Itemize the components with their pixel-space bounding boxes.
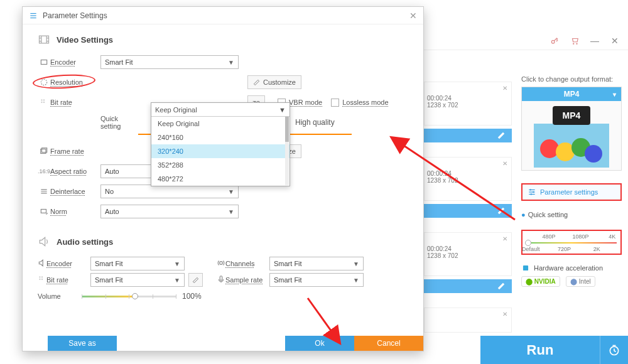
edit-icon[interactable] bbox=[497, 282, 506, 291]
resolution-option[interactable]: Keep Original bbox=[151, 117, 290, 131]
audio-encoder-icon bbox=[38, 259, 46, 269]
lossless-mode-checkbox[interactable]: Lossless mode bbox=[331, 99, 388, 107]
run-bar: Run bbox=[480, 336, 628, 364]
norm-select[interactable]: Auto ▼ bbox=[100, 205, 239, 218]
channels-select[interactable]: Smart Fit▼ bbox=[269, 257, 364, 270]
channels-label: Channels bbox=[225, 260, 269, 267]
deinterlace-icon bbox=[38, 187, 50, 196]
item-resolution: 1238 x 702 bbox=[427, 102, 509, 109]
resolution-option[interactable]: 240*160 bbox=[151, 131, 290, 144]
audio-bitrate-icon bbox=[38, 275, 46, 286]
audio-settings-header: Audio settings bbox=[38, 235, 408, 248]
volume-value: 100% bbox=[182, 292, 202, 301]
dialog-close-icon[interactable]: ✕ bbox=[409, 11, 417, 21]
encoder-select[interactable]: Smart Fit ▼ bbox=[100, 55, 239, 69]
schedule-icon[interactable] bbox=[600, 336, 628, 364]
svg-point-32 bbox=[39, 278, 40, 279]
samplerate-icon bbox=[217, 275, 225, 286]
quick-setting-label: Quick setting bbox=[100, 115, 138, 130]
output-label: Click to change output format: bbox=[521, 75, 622, 83]
format-name: MP4 bbox=[564, 90, 580, 99]
channels-icon bbox=[217, 259, 225, 269]
svg-point-2 bbox=[577, 43, 577, 44]
hardware-acceleration-toggle[interactable]: Hardware acceleration bbox=[521, 264, 622, 272]
item-close-icon[interactable]: ✕ bbox=[502, 160, 507, 167]
close-button[interactable]: ✕ bbox=[610, 36, 619, 45]
svg-rect-28 bbox=[41, 210, 46, 213]
samplerate-label: Sample rate bbox=[225, 276, 269, 284]
item-close-icon[interactable]: ✕ bbox=[502, 311, 507, 318]
svg-point-25 bbox=[43, 102, 45, 103]
nvidia-chip: ⬤ NVIDIA bbox=[521, 276, 560, 287]
parameter-settings-button[interactable]: Parameter settings bbox=[521, 183, 622, 201]
aspect-label: Aspect ratio bbox=[50, 168, 100, 175]
svg-rect-14 bbox=[523, 265, 528, 270]
item-close-icon[interactable]: ✕ bbox=[502, 235, 507, 242]
aspect-icon: .16:9 bbox=[38, 168, 50, 174]
key-icon[interactable] bbox=[550, 36, 559, 45]
svg-point-0 bbox=[551, 40, 555, 43]
item-duration: 00:00:24 bbox=[427, 95, 509, 102]
cancel-button[interactable]: Cancel bbox=[354, 336, 423, 351]
svg-point-4 bbox=[540, 139, 559, 158]
deinterlace-select[interactable]: No ▼ bbox=[100, 185, 239, 198]
audio-encoder-select[interactable]: Smart Fit▼ bbox=[90, 257, 185, 270]
svg-rect-18 bbox=[30, 17, 36, 18]
caret-down-icon: ▾ bbox=[613, 91, 616, 98]
norm-label: Norm bbox=[50, 208, 100, 215]
output-panel: Click to change output format: MP4 ▾ MP4… bbox=[521, 75, 622, 287]
format-card[interactable]: MP4 ▾ MP4 bbox=[521, 87, 622, 171]
audio-bitrate-select[interactable]: Smart Fit▼ bbox=[90, 273, 185, 287]
svg-rect-17 bbox=[30, 15, 36, 16]
parameter-settings-dialog: Parameter Settings ✕ Video Settings Enco… bbox=[22, 6, 424, 351]
cart-icon[interactable] bbox=[570, 36, 579, 45]
resolution-dropdown-selected[interactable]: Keep Original▼ bbox=[151, 103, 290, 117]
encoder-icon bbox=[38, 58, 50, 67]
quick-setting-slider[interactable]: 480P 1080P 4K Default 720P 2K bbox=[521, 230, 622, 255]
high-quality-label: High quality bbox=[295, 118, 335, 127]
svg-point-1 bbox=[573, 43, 574, 44]
dialog-footer: Save as Ok Cancel bbox=[23, 336, 423, 351]
media-item: ✕ 00:00:24 1238 x 702 bbox=[424, 82, 512, 126]
media-item: ✕ bbox=[424, 308, 512, 333]
svg-point-23 bbox=[43, 99, 45, 100]
item-close-icon[interactable]: ✕ bbox=[502, 85, 507, 92]
svg-point-31 bbox=[41, 276, 43, 277]
run-button[interactable]: Run bbox=[480, 336, 600, 364]
minimize-button[interactable]: — bbox=[590, 36, 599, 45]
svg-point-24 bbox=[41, 102, 42, 103]
edit-icon[interactable] bbox=[497, 206, 506, 215]
audio-encoder-label: Encoder bbox=[46, 260, 90, 267]
samplerate-select[interactable]: Smart Fit▼ bbox=[269, 273, 364, 287]
video-settings-header: Video Settings bbox=[38, 33, 408, 46]
svg-point-22 bbox=[41, 99, 42, 100]
edit-icon[interactable] bbox=[497, 131, 506, 140]
svg-rect-20 bbox=[41, 60, 46, 65]
framerate-icon bbox=[38, 147, 50, 156]
save-as-button[interactable]: Save as bbox=[48, 336, 117, 351]
item-action-bar bbox=[424, 204, 512, 218]
svg-rect-16 bbox=[30, 13, 36, 13]
svg-rect-34 bbox=[220, 276, 222, 280]
resolution-option[interactable]: 352*288 bbox=[151, 158, 290, 172]
svg-point-11 bbox=[530, 189, 531, 190]
resolution-option-selected[interactable]: 320*240 bbox=[151, 144, 290, 158]
media-item: ✕ 00:00:24 1238 x 702 bbox=[424, 157, 512, 201]
svg-point-33 bbox=[41, 278, 43, 279]
framerate-label: Frame rate bbox=[50, 147, 100, 155]
item-duration: 00:00:24 bbox=[427, 170, 509, 177]
resolution-dropdown[interactable]: Keep Original▼ Keep Original 240*160 320… bbox=[151, 102, 290, 186]
customize-resolution-button[interactable]: Customize bbox=[247, 75, 301, 89]
audio-bitrate-label: Bit rate bbox=[46, 276, 90, 284]
dropdown-scrollbar[interactable] bbox=[285, 117, 289, 185]
audio-bitrate-edit[interactable] bbox=[188, 273, 203, 287]
settings-icon bbox=[29, 11, 38, 20]
item-action-bar bbox=[424, 279, 512, 293]
resolution-option[interactable]: 480*272 bbox=[151, 172, 290, 186]
bitrate-label: Bit rate bbox=[50, 99, 100, 106]
media-item: ✕ 00:00:24 1238 x 702 bbox=[424, 232, 512, 276]
volume-slider[interactable] bbox=[82, 292, 176, 300]
ok-button[interactable]: Ok bbox=[285, 336, 354, 351]
dialog-title: Parameter Settings bbox=[43, 11, 107, 20]
item-action-bar bbox=[424, 129, 512, 142]
